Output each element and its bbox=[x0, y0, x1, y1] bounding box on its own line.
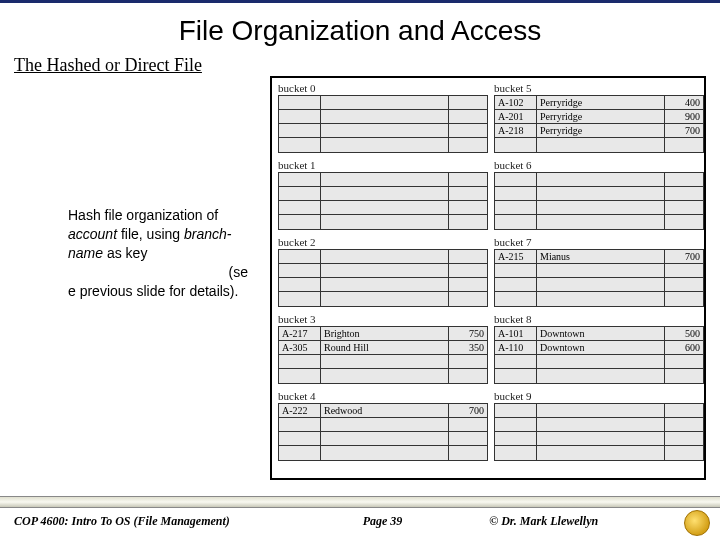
cell bbox=[665, 418, 703, 431]
table-row bbox=[495, 138, 703, 152]
table-row bbox=[495, 404, 703, 418]
bucket-box: A-215Mianus700 bbox=[494, 249, 704, 307]
table-row: A-201Perryridge900 bbox=[495, 110, 703, 124]
cell bbox=[537, 264, 665, 277]
cell bbox=[665, 278, 703, 291]
cell bbox=[321, 278, 449, 291]
cell bbox=[321, 369, 449, 383]
footer-author: © Dr. Mark Llewellyn bbox=[469, 514, 706, 529]
bucket-box: A-102Perryridge400A-201Perryridge900A-21… bbox=[494, 95, 704, 153]
cell bbox=[537, 404, 665, 417]
table-row bbox=[279, 124, 487, 138]
cell bbox=[495, 201, 537, 214]
cell: A-102 bbox=[495, 96, 537, 109]
cell bbox=[279, 418, 321, 431]
bucket: bucket 6 bbox=[494, 159, 704, 230]
bucket-box bbox=[278, 172, 488, 230]
cell bbox=[279, 110, 321, 123]
table-row: A-222Redwood700 bbox=[279, 404, 487, 418]
table-row: A-217Brighton750 bbox=[279, 327, 487, 341]
table-row bbox=[495, 173, 703, 187]
bucket: bucket 1 bbox=[278, 159, 488, 230]
cell bbox=[321, 264, 449, 277]
cell: A-201 bbox=[495, 110, 537, 123]
cell: A-215 bbox=[495, 250, 537, 263]
slide: File Organization and Access The Hashed … bbox=[0, 0, 720, 540]
bucket-box: A-217Brighton750A-305Round Hill350 bbox=[278, 326, 488, 384]
cell bbox=[495, 432, 537, 445]
cell bbox=[321, 432, 449, 445]
cell bbox=[495, 404, 537, 417]
cell bbox=[279, 187, 321, 200]
cell bbox=[537, 278, 665, 291]
bucket-label: bucket 1 bbox=[278, 159, 488, 171]
cell bbox=[665, 264, 703, 277]
cell bbox=[665, 446, 703, 460]
cell bbox=[279, 278, 321, 291]
bucket-box bbox=[278, 95, 488, 153]
cell bbox=[449, 138, 487, 152]
cell bbox=[537, 418, 665, 431]
table-row bbox=[279, 201, 487, 215]
cell: 700 bbox=[449, 404, 487, 417]
cell bbox=[279, 96, 321, 109]
cell bbox=[279, 201, 321, 214]
cell bbox=[279, 432, 321, 445]
bucket: bucket 3A-217Brighton750A-305Round Hill3… bbox=[278, 313, 488, 384]
bucket-box bbox=[494, 172, 704, 230]
bucket-column-right: bucket 5A-102Perryridge400A-201Perryridg… bbox=[494, 82, 704, 467]
table-row bbox=[495, 292, 703, 306]
cell: A-217 bbox=[279, 327, 321, 340]
cell: A-110 bbox=[495, 341, 537, 354]
caption-text: e previous slide for details). bbox=[68, 283, 238, 299]
cell bbox=[321, 215, 449, 229]
table-row bbox=[279, 278, 487, 292]
cell bbox=[279, 215, 321, 229]
bucket-label: bucket 7 bbox=[494, 236, 704, 248]
cell bbox=[449, 292, 487, 306]
table-row bbox=[279, 187, 487, 201]
table-row bbox=[279, 173, 487, 187]
caption-italic-account: account bbox=[68, 226, 117, 242]
cell bbox=[321, 201, 449, 214]
cell bbox=[495, 138, 537, 152]
bucket-column-left: bucket 0bucket 1bucket 2bucket 3A-217Bri… bbox=[278, 82, 488, 467]
bucket-label: bucket 4 bbox=[278, 390, 488, 402]
page-title: File Organization and Access bbox=[0, 3, 720, 55]
cell bbox=[321, 124, 449, 137]
cell bbox=[279, 124, 321, 137]
table-row bbox=[495, 278, 703, 292]
cell bbox=[449, 110, 487, 123]
table-row bbox=[495, 446, 703, 460]
cell bbox=[537, 446, 665, 460]
table-row bbox=[495, 432, 703, 446]
cell bbox=[537, 173, 665, 186]
cell: Brighton bbox=[321, 327, 449, 340]
table-row bbox=[279, 250, 487, 264]
cell bbox=[665, 201, 703, 214]
cell bbox=[665, 215, 703, 229]
table-row bbox=[279, 369, 487, 383]
table-row bbox=[279, 264, 487, 278]
cell bbox=[495, 418, 537, 431]
cell bbox=[495, 292, 537, 306]
cell: 600 bbox=[665, 341, 703, 354]
cell bbox=[537, 138, 665, 152]
cell: A-305 bbox=[279, 341, 321, 354]
bucket-box: A-222Redwood700 bbox=[278, 403, 488, 461]
table-row: A-102Perryridge400 bbox=[495, 96, 703, 110]
cell bbox=[665, 369, 703, 383]
cell: 750 bbox=[449, 327, 487, 340]
cell bbox=[321, 138, 449, 152]
caption-text: file, using bbox=[117, 226, 184, 242]
cell bbox=[321, 418, 449, 431]
footer-text: COP 4600: Intro To OS (File Management) … bbox=[0, 508, 720, 529]
cell: A-101 bbox=[495, 327, 537, 340]
cell bbox=[449, 264, 487, 277]
cell bbox=[449, 96, 487, 109]
caption: Hash file organization of account file, … bbox=[68, 206, 248, 300]
cell bbox=[495, 355, 537, 368]
cell bbox=[321, 187, 449, 200]
cell bbox=[449, 173, 487, 186]
hash-diagram: bucket 0bucket 1bucket 2bucket 3A-217Bri… bbox=[270, 76, 706, 480]
